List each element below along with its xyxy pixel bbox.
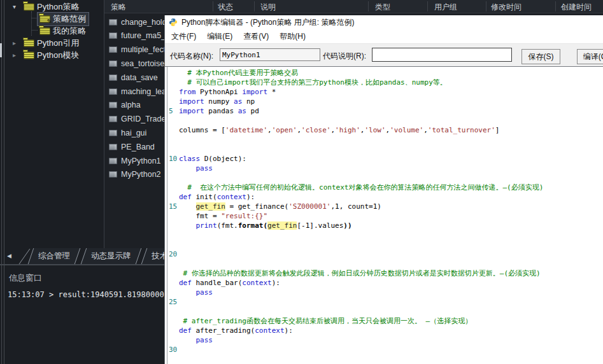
strategy-icon xyxy=(109,88,117,95)
code-text: # 本Python代码主要用于策略交易 xyxy=(179,68,298,78)
code-desc-input[interactable] xyxy=(372,48,512,62)
chevron-right-icon[interactable]: ▸ xyxy=(11,39,22,46)
tree-item-label: 我的策略 xyxy=(53,25,86,37)
strategy-tree-panel: ▾Python策略✎策略范例我的策略▸Python引用▸Python模块 xyxy=(5,0,104,248)
menu-item[interactable]: 帮助(H) xyxy=(275,30,310,43)
line-number xyxy=(165,97,179,106)
list-item-label: multiple_fect xyxy=(121,45,166,54)
line-number xyxy=(165,78,179,87)
tree-item[interactable]: ✎策略范例 xyxy=(5,13,104,25)
line-number xyxy=(165,335,179,345)
line-number xyxy=(165,87,179,97)
code-line: pass xyxy=(165,288,603,297)
strategy-icon xyxy=(109,102,117,108)
editor-toolbar: 代码名称(N): 代码说明(R): 保存(S) 编译(C) xyxy=(165,44,603,67)
line-number: 25 xyxy=(165,297,179,307)
code-text: fmt = "result:{}" xyxy=(179,211,267,221)
code-text: columns = ['datetime','open','close','hi… xyxy=(179,125,499,135)
code-text: pass xyxy=(179,164,213,173)
tree-item-box: ✎策略范例 xyxy=(38,13,89,25)
strategy-tree: ▾Python策略✎策略范例我的策略▸Python引用▸Python模块 xyxy=(5,0,104,61)
code-text: # 你选择的品种的数据更新将会触发此段逻辑，例如日或分钟历史数据切片或者是实时数… xyxy=(179,269,541,278)
line-number: 30 xyxy=(165,345,179,354)
line-number xyxy=(165,221,179,230)
code-line xyxy=(165,259,603,269)
code-line xyxy=(165,116,603,125)
compile-button[interactable]: 编译(C) xyxy=(577,49,603,64)
code-lines: # 本Python代码主要用于策略交易 # 可以自己import我们平台支持的第… xyxy=(165,67,603,364)
code-text: def after_trading(context): xyxy=(179,326,293,335)
line-number xyxy=(165,316,179,326)
line-number: 15 xyxy=(165,202,179,211)
python-logo-icon xyxy=(169,18,178,27)
dock-tab-label: 综合管理 xyxy=(38,251,70,262)
dock-tabbar: ◀ 综合管理动态显示牌技术分析 xyxy=(0,248,164,265)
tree-item-label: Python引用 xyxy=(37,38,79,49)
line-number: 10 xyxy=(165,154,179,164)
code-line: 5import pandas as pd xyxy=(165,106,603,116)
line-number xyxy=(165,278,179,288)
list-item-label: PE_Band xyxy=(121,143,155,151)
code-line: print(fmt.format(get_fin[-1].values)) xyxy=(165,221,603,230)
list-item-label: future_ma5_ xyxy=(121,31,166,40)
tree-item-box: Python策略 xyxy=(22,1,82,13)
code-line: 10class D(object): xyxy=(165,154,603,164)
python-editor-dialog: Python脚本编辑器 - (Python策略 用户组: 策略范例) 文件(F)… xyxy=(164,15,603,364)
save-button[interactable]: 保存(S) xyxy=(521,49,560,64)
code-desc-label: 代码说明(R): xyxy=(323,51,366,62)
code-text: import pandas as pd xyxy=(179,106,259,116)
menu-item[interactable]: 查看(V) xyxy=(239,30,273,43)
tree-item-box: 我的策略 xyxy=(38,25,89,38)
log-line: 15:13:07 > result:1940591.8198000002 xyxy=(8,290,164,299)
line-number xyxy=(165,125,179,135)
line-number xyxy=(165,192,179,202)
code-text: pass xyxy=(179,288,213,297)
dock-tab-1[interactable]: 综合管理 xyxy=(28,248,81,264)
tree-item[interactable]: ▸Python引用 xyxy=(5,37,104,49)
chevron-down-icon[interactable]: ▾ xyxy=(11,3,22,10)
code-line: # 你选择的品种的数据更新将会触发此段逻辑，例如日或分钟历史数据切片或者是实时数… xyxy=(165,269,603,278)
list-item-label: GRID_Trade xyxy=(121,115,166,123)
code-name-input[interactable] xyxy=(220,48,320,61)
line-number xyxy=(165,230,179,240)
code-line: def handle_bar(context): xyxy=(165,278,603,288)
line-number xyxy=(165,173,179,183)
info-panel: 信息窗口 15:13:07 > result:1940591.819800000… xyxy=(5,265,164,364)
tree-item[interactable]: ▾Python策略 xyxy=(5,1,104,13)
tree-item[interactable]: ▸Python模块 xyxy=(5,49,104,61)
tree-item-box: Python引用 xyxy=(22,37,82,50)
code-text: # 在这个方法中编写任何的初始化逻辑。context对象将会在你的算法策略的任何… xyxy=(179,183,543,192)
code-line: 30 xyxy=(165,345,603,354)
dock-tab-2[interactable]: 动态显示牌 xyxy=(81,248,141,264)
line-number xyxy=(165,307,179,316)
line-number xyxy=(165,326,179,335)
line-number xyxy=(165,288,179,297)
dock-tab-label: 动态显示牌 xyxy=(91,251,131,262)
code-name-label: 代码名称(N): xyxy=(170,51,213,62)
code-line: def after_trading(context): xyxy=(165,326,603,335)
dialog-titlebar: Python脚本编辑器 - (Python策略 用户组: 策略范例) xyxy=(165,15,603,29)
chevron-right-icon[interactable]: ▸ xyxy=(11,52,22,59)
code-text: import numpy as np xyxy=(179,97,255,106)
list-item-label: maching_lea xyxy=(121,87,166,96)
tree-item-label: Python策略 xyxy=(37,1,79,13)
code-editor[interactable]: # 本Python代码主要用于策略交易 # 可以自己import我们平台支持的第… xyxy=(165,66,603,364)
pencil-icon: ✎ xyxy=(47,18,52,25)
list-item-label: sea_tortoise xyxy=(121,59,164,68)
tree-item[interactable]: 我的策略 xyxy=(5,25,104,37)
menu-item[interactable]: 文件(F) xyxy=(167,30,201,43)
code-line: fmt = "result:{}" xyxy=(165,211,603,221)
code-line: # 可以自己import我们平台支持的第三方python模块，比如pandas、… xyxy=(165,78,603,87)
strategy-icon xyxy=(109,171,117,178)
strategy-icon xyxy=(109,74,117,81)
menu-item[interactable]: 编辑(E) xyxy=(202,30,237,43)
code-line: 25 xyxy=(165,297,603,307)
line-number xyxy=(165,183,179,192)
folder-icon xyxy=(24,52,34,59)
collapse-left-icon[interactable]: ◀ xyxy=(7,253,11,259)
line-number: 20 xyxy=(165,249,179,259)
code-line: # 在这个方法中编写任何的初始化逻辑。context对象将会在你的算法策略的任何… xyxy=(165,183,603,192)
code-text: def init(context): xyxy=(179,192,255,202)
scrollbar-thumb[interactable] xyxy=(0,43,2,57)
line-number xyxy=(165,116,179,125)
